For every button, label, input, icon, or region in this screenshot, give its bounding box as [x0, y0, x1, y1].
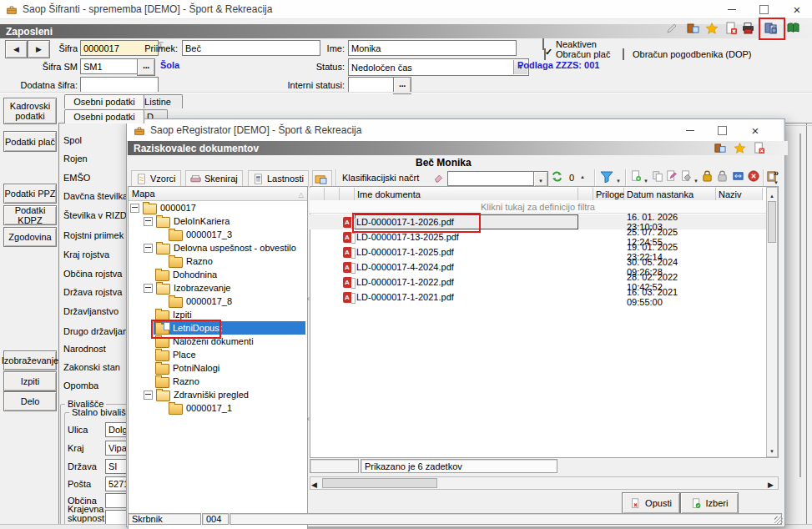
doc-delete-icon[interactable] [724, 22, 738, 35]
sidebar-item-podatki-plac[interactable]: Podatki plač [3, 131, 57, 152]
delete-red-icon[interactable] [748, 170, 759, 182]
edit-doc-icon[interactable] [666, 170, 678, 182]
dodatna-sifra-input[interactable] [80, 77, 159, 93]
header-cell-empty[interactable] [325, 188, 340, 201]
refresh-icon[interactable] [551, 170, 563, 183]
close-button[interactable] [784, 1, 809, 18]
delete-doc-dropdown-icon[interactable] [693, 174, 699, 184]
dialog-doc-delete-icon[interactable] [753, 142, 765, 154]
klasifikacijski-input[interactable] [447, 171, 537, 186]
header-cell-naziv[interactable]: Naziv [716, 188, 763, 201]
print-icon[interactable] [741, 22, 756, 35]
tree-item[interactable]: Razno [169, 254, 213, 268]
filter-icon[interactable] [600, 170, 613, 183]
skeniraj-button[interactable]: Skeniraj [185, 170, 243, 187]
folder-window-icon[interactable] [312, 170, 332, 187]
sola-link[interactable]: Šola [160, 60, 179, 70]
expander-icon[interactable] [144, 390, 153, 400]
tree-item[interactable]: Izobrazevanje [144, 281, 231, 295]
tree-item[interactable]: 0000017 [130, 201, 196, 214]
interni-statusi-input[interactable] [348, 77, 398, 93]
sidebar-item-podatki-kdpz[interactable]: Podatki KDPZ [3, 205, 57, 225]
sidebar-item-izobrazevanje[interactable]: Izobraževanje [3, 350, 57, 370]
dialog-archive-icon[interactable] [714, 142, 726, 154]
favorite-icon[interactable] [705, 22, 719, 35]
tree-item[interactable]: DeloInKariera [144, 214, 229, 228]
vzorci-button[interactable]: Vzorci [131, 170, 181, 187]
tree-item[interactable]: 0000017_1 [169, 401, 232, 415]
scroll-left-arrow[interactable] [311, 479, 317, 489]
priimek-input[interactable]: Beč [182, 40, 320, 56]
minimize-button[interactable] [719, 1, 744, 18]
dialog-maximize-button[interactable] [709, 122, 734, 139]
document-name[interactable]: LD-0000017-1-2026.pdf [356, 217, 454, 227]
tree-item[interactable]: Place [155, 348, 196, 361]
document-name[interactable]: LD-0000017-1-2021.pdf [356, 292, 454, 302]
expander-icon[interactable] [130, 204, 139, 213]
maximize-button[interactable] [751, 1, 776, 18]
sidebar-item-kadrovski-podatki[interactable]: Kadrovski podatki [3, 98, 57, 124]
izberi-button[interactable]: Izberi [680, 492, 739, 514]
header-cell-datum-nastanka[interactable]: Datum nastanka [624, 188, 716, 201]
scrollbar-thumb[interactable] [322, 478, 437, 488]
archive-icon[interactable] [686, 22, 699, 35]
tree-item[interactable]: Zdravniški pregled [144, 388, 249, 401]
tab-osebni-podatki-2[interactable]: Osebni podatki [64, 109, 144, 123]
obracun-pogodbenika-checkbox[interactable] [623, 48, 624, 60]
toolbar-overflow-button[interactable] [771, 168, 781, 186]
document-name[interactable]: LD-0000017-1-2022.pdf [356, 277, 454, 287]
tree-item[interactable]: Dohodnina [155, 268, 217, 281]
sidebar-item-zgodovina[interactable]: Zgodovina [3, 227, 57, 247]
document-name[interactable]: LD-0000017-1-2025.pdf [356, 247, 454, 257]
eraser-icon[interactable] [433, 172, 444, 183]
header-cell-ime-dokumenta[interactable]: Ime dokumenta [355, 188, 578, 201]
expander-icon[interactable] [144, 284, 153, 293]
horizontal-scrollbar[interactable] [310, 476, 779, 490]
delete-doc-icon[interactable] [680, 170, 692, 182]
nav-next-button[interactable] [28, 40, 50, 58]
dialog-close-button[interactable] [743, 122, 768, 139]
scroll-up-arrow[interactable] [767, 189, 777, 199]
podlaga-link[interactable]: Podlaga ZZZS: 001 [517, 60, 599, 70]
nav-prev-button[interactable] [5, 40, 28, 58]
tree-item[interactable]: 0000017_8 [169, 295, 232, 308]
help-book-icon[interactable] [786, 22, 800, 35]
document-row[interactable]: LD-0000017-1-2021.pdf 16. 03. 2021 09:55… [310, 290, 766, 305]
scrollbar-thumb[interactable] [768, 201, 776, 243]
scroll-down-arrow[interactable] [769, 445, 774, 455]
expander-icon[interactable] [144, 244, 153, 253]
expander-icon[interactable] [144, 217, 153, 226]
vertical-scrollbar[interactable] [766, 187, 778, 457]
opusti-button[interactable]: Opusti [622, 492, 680, 514]
new-doc-icon[interactable] [630, 170, 642, 182]
security-docs-icon[interactable] [764, 22, 779, 36]
copy-docs-icon[interactable] [652, 170, 663, 182]
header-cell-empty[interactable] [310, 188, 325, 201]
edit-icon[interactable] [665, 22, 678, 35]
sidebar-item-podatki-ppz[interactable]: Podatki PPZ [3, 184, 57, 204]
tree-item[interactable]: Delovna uspešnost - obvestilo [144, 241, 296, 254]
sidebar-item-delo[interactable]: Delo [3, 391, 57, 411]
header-cell-priloge[interactable]: Priloge [593, 188, 624, 201]
scroll-right-arrow[interactable] [768, 479, 774, 489]
lastnosti-button[interactable]: Lastnosti [248, 170, 309, 187]
header-cell-empty[interactable] [340, 188, 355, 201]
document-name[interactable]: LD-0000017-4-2024.pdf [356, 262, 454, 272]
ime-input[interactable]: Monika [348, 40, 517, 56]
rename-icon[interactable] [732, 170, 744, 182]
document-name[interactable]: LD-0000017-13-2025.pdf [356, 232, 459, 242]
sidebar-item-izpiti[interactable]: Izpiti [3, 371, 57, 391]
tab-osebni-podatki-1[interactable]: Osebni podatki [64, 94, 144, 108]
sifra-sm-input[interactable]: SM1 [80, 58, 142, 74]
sifra-sm-browse-button[interactable] [137, 58, 155, 76]
resize-grip[interactable] [774, 516, 783, 525]
tree-item[interactable]: 0000017_3 [169, 228, 232, 241]
klasifikacijski-dropdown-button[interactable] [533, 171, 548, 187]
tree-item[interactable]: PotniNalogi [155, 361, 219, 375]
dialog-minimize-button[interactable] [678, 122, 703, 139]
obracun-plac-checkbox[interactable] [544, 48, 546, 60]
lock-gray-icon[interactable] [717, 170, 728, 182]
header-cell-empty[interactable] [578, 188, 593, 201]
new-doc-dropdown-icon[interactable] [643, 174, 648, 184]
tree-item-selected[interactable]: LetniDopust [154, 321, 305, 335]
